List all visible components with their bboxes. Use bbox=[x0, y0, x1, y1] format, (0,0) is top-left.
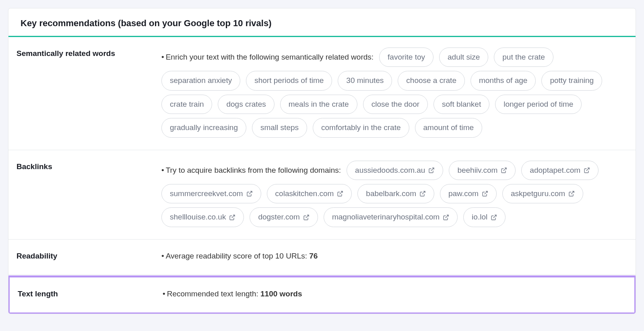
backlink-domain-pill[interactable]: adoptapet.com bbox=[521, 161, 599, 180]
semantic-word-pill[interactable]: choose a crate bbox=[398, 71, 465, 90]
external-link-icon bbox=[428, 167, 435, 174]
card-header: Key recommendations (based on your Googl… bbox=[8, 8, 636, 37]
section-content-semantic: •Enrich your text with the following sem… bbox=[161, 48, 623, 138]
semantic-word-pill[interactable]: separation anxiety bbox=[161, 71, 240, 90]
backlink-domain-pill[interactable]: colaskitchen.com bbox=[267, 184, 352, 203]
semantic-word-pill[interactable]: favorite toy bbox=[379, 48, 433, 67]
semantic-pill-row: •Enrich your text with the following sem… bbox=[161, 48, 623, 138]
external-link-icon bbox=[419, 190, 426, 197]
semantic-word-pill[interactable]: small steps bbox=[252, 118, 307, 137]
svg-line-2 bbox=[586, 168, 589, 171]
svg-line-3 bbox=[249, 191, 252, 194]
svg-line-10 bbox=[446, 215, 448, 218]
backlink-domain-pill[interactable]: dogster.com bbox=[250, 207, 318, 227]
card-title: Key recommendations (based on your Googl… bbox=[21, 18, 623, 29]
backlink-domain-pill[interactable]: summercreekvet.com bbox=[161, 184, 261, 203]
external-link-icon bbox=[337, 190, 343, 197]
semantic-word-pill[interactable]: dogs crates bbox=[218, 95, 274, 114]
semantic-word-pill[interactable]: amount of time bbox=[415, 118, 483, 137]
svg-line-8 bbox=[232, 215, 235, 218]
svg-line-1 bbox=[504, 168, 506, 171]
section-text-length: Text length •Recommended text length: 11… bbox=[10, 277, 634, 312]
semantic-word-pill[interactable]: short periods of time bbox=[246, 71, 332, 90]
backlink-domain-pill[interactable]: askpetguru.com bbox=[502, 184, 583, 203]
backlinks-lead: •Try to acquire backlinks from the follo… bbox=[161, 161, 341, 179]
semantic-word-pill[interactable]: potty training bbox=[541, 71, 602, 90]
semantic-word-pill[interactable]: put the crate bbox=[494, 48, 553, 67]
semantic-word-pill[interactable]: close the door bbox=[363, 95, 428, 114]
semantic-word-pill[interactable]: comfortably in the crate bbox=[313, 118, 409, 137]
textlength-text: Recommended text length: bbox=[167, 290, 258, 298]
section-text-length-highlight: Text length •Recommended text length: 11… bbox=[8, 275, 636, 314]
readability-value: 76 bbox=[309, 252, 318, 260]
section-content-readability: •Average readability score of top 10 URL… bbox=[161, 250, 623, 262]
semantic-word-pill[interactable]: longer period of time bbox=[495, 95, 582, 114]
section-label-readability: Readability bbox=[17, 250, 161, 262]
semantic-lead: •Enrich your text with the following sem… bbox=[161, 48, 374, 66]
backlink-domain-pill[interactable]: babelbark.com bbox=[357, 184, 434, 203]
semantic-word-pill[interactable]: soft blanket bbox=[433, 95, 489, 114]
readability-text: Average readability score of top 10 URLs… bbox=[166, 252, 307, 260]
section-label-backlinks: Backlinks bbox=[17, 161, 161, 227]
semantic-word-pill[interactable]: crate train bbox=[161, 95, 212, 114]
external-link-icon bbox=[246, 190, 253, 197]
backlink-domain-pill[interactable]: magnoliaveterinaryhospital.com bbox=[324, 207, 458, 227]
svg-line-5 bbox=[422, 191, 425, 194]
backlink-domain-pill[interactable]: aussiedoods.com.au bbox=[347, 161, 443, 180]
backlink-domain-pill[interactable]: beehiiv.com bbox=[449, 161, 516, 180]
textlength-value: 1100 words bbox=[260, 290, 302, 298]
external-link-icon bbox=[482, 190, 488, 197]
external-link-icon bbox=[303, 214, 310, 221]
section-label-textlength: Text length bbox=[18, 288, 163, 300]
semantic-word-pill[interactable]: gradually increasing bbox=[161, 118, 246, 137]
svg-line-7 bbox=[571, 191, 574, 194]
external-link-icon bbox=[491, 214, 497, 221]
semantic-word-pill[interactable]: meals in the crate bbox=[280, 95, 357, 114]
semantic-word-pill[interactable]: adult size bbox=[439, 48, 488, 67]
backlink-domain-pill[interactable]: io.lol bbox=[463, 207, 506, 227]
external-link-icon bbox=[229, 214, 235, 221]
external-link-icon bbox=[501, 167, 507, 174]
svg-line-0 bbox=[431, 168, 434, 171]
svg-line-11 bbox=[493, 215, 496, 218]
section-label-semantic: Semantically related words bbox=[17, 48, 161, 138]
external-link-icon bbox=[584, 167, 590, 174]
backlink-domain-pill[interactable]: shelllouise.co.uk bbox=[161, 207, 244, 227]
backlink-domain-pill[interactable]: paw.com bbox=[440, 184, 497, 203]
svg-line-6 bbox=[485, 191, 487, 194]
semantic-word-pill[interactable]: months of age bbox=[471, 71, 536, 90]
external-link-icon bbox=[443, 214, 449, 221]
recommendations-card: Key recommendations (based on your Googl… bbox=[8, 8, 636, 314]
section-backlinks: Backlinks •Try to acquire backlinks from… bbox=[8, 150, 636, 240]
section-content-textlength: •Recommended text length: 1100 words bbox=[163, 288, 622, 300]
section-readability: Readability •Average readability score o… bbox=[8, 240, 636, 275]
svg-line-4 bbox=[340, 191, 343, 194]
semantic-word-pill[interactable]: 30 minutes bbox=[338, 71, 392, 90]
section-content-backlinks: •Try to acquire backlinks from the follo… bbox=[161, 161, 623, 227]
backlinks-pill-row: •Try to acquire backlinks from the follo… bbox=[161, 161, 623, 227]
svg-line-9 bbox=[306, 215, 309, 218]
external-link-icon bbox=[568, 190, 575, 197]
section-semantic-words: Semantically related words •Enrich your … bbox=[8, 37, 636, 150]
